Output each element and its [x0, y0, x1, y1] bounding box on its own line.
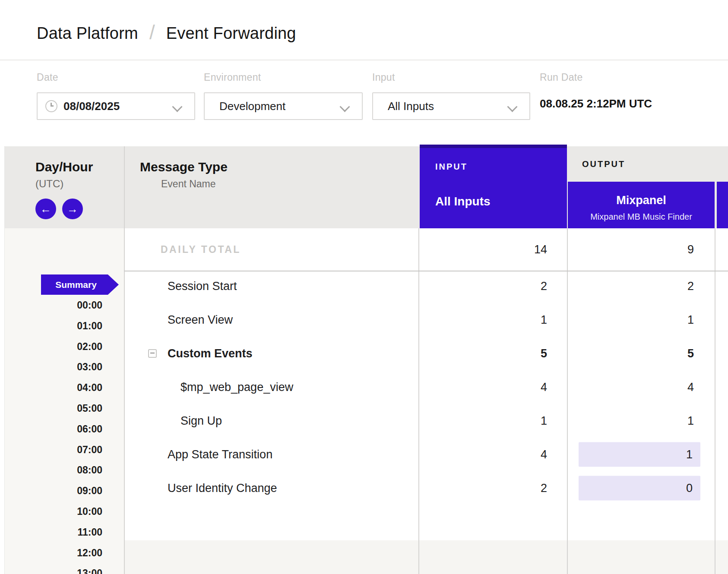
- chevron-down-icon: [173, 100, 183, 110]
- row-label: Screen View: [168, 313, 233, 327]
- table-row: User Identity Change20: [0, 471, 728, 505]
- hour-row-label[interactable]: 09:00: [0, 485, 102, 498]
- input-dropdown-value: All Inputs: [388, 100, 434, 113]
- hour-row-label[interactable]: 04:00: [0, 382, 102, 395]
- output-cell-value: 4: [687, 381, 694, 394]
- table-row: Sign Up11: [0, 404, 728, 438]
- input-cell-value: 1: [541, 414, 547, 428]
- input-cell-value: 2: [541, 482, 547, 495]
- input-cell-value: 5: [541, 347, 547, 360]
- row-label: App State Transition: [168, 448, 272, 461]
- breadcrumb-section[interactable]: Data Platform: [37, 24, 138, 43]
- page-title: Event Forwarding: [166, 24, 296, 43]
- chevron-down-icon: [508, 100, 518, 110]
- summary-label: Summary: [55, 280, 97, 290]
- hour-row-label[interactable]: 03:00: [0, 361, 102, 374]
- collapse-minus-icon[interactable]: [148, 349, 157, 358]
- environment-dropdown[interactable]: Development: [204, 92, 363, 120]
- event-forwarding-page: Data Platform / Event Forwarding Date En…: [0, 0, 728, 574]
- daily-total-input-value: 14: [534, 243, 547, 256]
- row-label: Sign Up: [180, 414, 222, 428]
- output-cell-value: 1: [687, 414, 694, 428]
- row-label: Session Start: [168, 280, 237, 293]
- hour-row-label[interactable]: 11:00: [0, 527, 102, 539]
- daily-total-label: DAILY TOTAL: [161, 244, 241, 255]
- next-output-column-partial: [717, 182, 728, 228]
- row-label: User Identity Change: [168, 482, 277, 495]
- daily-total-output-value: 9: [687, 243, 694, 256]
- input-cell-value: 4: [541, 448, 547, 461]
- output-group-label: OUTPUT: [582, 159, 625, 169]
- input-cell-value: 4: [541, 381, 547, 394]
- output-cell-value: 1: [686, 448, 693, 461]
- environment-dropdown-value: Development: [219, 100, 285, 113]
- input-column-accent-strip: [420, 145, 567, 148]
- hour-row-label[interactable]: 12:00: [0, 547, 102, 560]
- hour-row-label[interactable]: 07:00: [0, 444, 102, 457]
- output-cell-value: 1: [687, 313, 694, 327]
- table-row: App State Transition41: [0, 438, 728, 471]
- next-day-button[interactable]: →: [62, 199, 83, 219]
- output-cell-value: 2: [687, 280, 694, 293]
- filter-bar: Date Environment Input Run Date 08/08/20…: [0, 60, 728, 146]
- date-dropdown-value: 08/08/2025: [63, 100, 120, 113]
- output-cell-value: 0: [686, 482, 693, 495]
- hour-row-label[interactable]: 01:00: [0, 320, 102, 333]
- arrow-right-icon: →: [67, 203, 78, 214]
- day-hour-timezone: (UTC): [35, 178, 63, 190]
- date-dropdown[interactable]: 08/08/2025: [37, 92, 195, 120]
- hour-row-label[interactable]: 08:00: [0, 464, 102, 477]
- table-row: $mp_web_page_view44: [0, 370, 728, 404]
- previous-day-button[interactable]: ←: [35, 199, 56, 219]
- day-hour-column-title: Day/Hour: [35, 160, 93, 174]
- output-column-header: Mixpanel Mixpanel MB Music Finder: [568, 182, 715, 228]
- output-cell-value: 5: [687, 347, 694, 360]
- arrow-left-icon: ←: [40, 203, 51, 214]
- input-column-header: INPUT All Inputs: [420, 145, 567, 228]
- input-group-label: INPUT: [435, 162, 468, 172]
- top-bar: Data Platform / Event Forwarding: [0, 0, 728, 60]
- table-bottom-band: [124, 540, 728, 574]
- message-type-column-title: Message Type: [140, 160, 228, 174]
- environment-filter-label: Environment: [204, 72, 261, 83]
- run-date-value: 08.08.25 2:12PM UTC: [540, 97, 652, 110]
- input-dropdown[interactable]: All Inputs: [372, 92, 530, 120]
- hour-row-label[interactable]: 02:00: [0, 341, 102, 354]
- clock-icon: [45, 100, 57, 112]
- table-row: Custom Events55: [0, 337, 728, 370]
- hour-row-label[interactable]: 13:00: [0, 568, 102, 574]
- output-cell-highlighted[interactable]: 1: [579, 442, 700, 467]
- table-row: Screen View11: [0, 303, 728, 337]
- output-column-name: Mixpanel: [568, 194, 715, 207]
- hour-row-label[interactable]: 05:00: [0, 403, 102, 416]
- hour-row-label[interactable]: 06:00: [0, 423, 102, 436]
- daily-total-row: DAILY TOTAL 14 9: [124, 228, 728, 271]
- output-column-subtitle: Mixpanel MB Music Finder: [568, 212, 715, 222]
- input-cell-value: 2: [541, 280, 547, 293]
- chevron-down-icon: [340, 100, 351, 110]
- summary-row-badge[interactable]: Summary: [41, 274, 119, 295]
- hour-row-label[interactable]: 00:00: [0, 300, 102, 312]
- breadcrumb-separator: /: [149, 21, 155, 44]
- row-label: Custom Events: [168, 347, 253, 360]
- date-filter-label: Date: [37, 72, 58, 83]
- input-filter-label: Input: [372, 72, 395, 83]
- input-column-name: All Inputs: [435, 195, 491, 208]
- output-cell-highlighted[interactable]: 0: [579, 476, 700, 501]
- breadcrumb: Data Platform / Event Forwarding: [37, 22, 296, 45]
- input-cell-value: 1: [541, 313, 547, 327]
- run-date-label: Run Date: [540, 72, 583, 83]
- event-name-subtitle: Event Name: [161, 178, 216, 190]
- row-label: $mp_web_page_view: [180, 381, 293, 394]
- hour-row-label[interactable]: 10:00: [0, 506, 102, 519]
